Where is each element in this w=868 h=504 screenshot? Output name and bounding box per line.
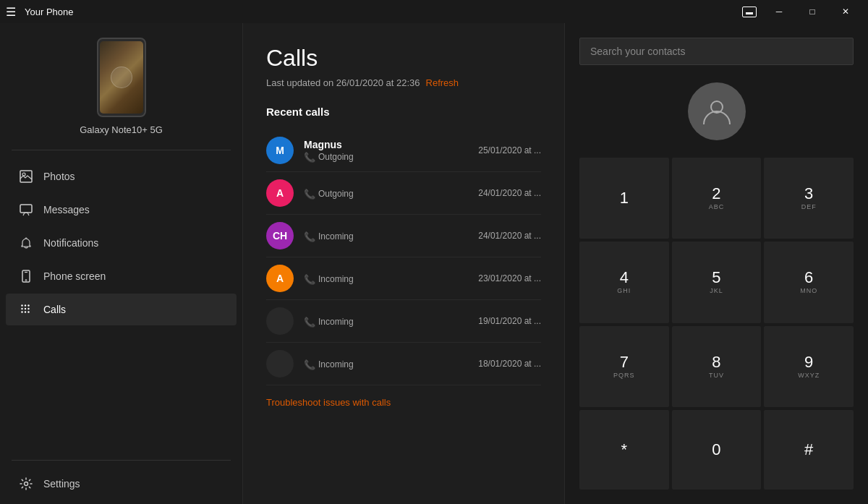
dial-letters: PQRS [613, 372, 635, 379]
calls-icon [17, 301, 35, 318]
settings-icon [17, 475, 35, 492]
sidebar-item-messages[interactable]: Messages [6, 194, 237, 226]
minimize-button[interactable]: ─ [762, 0, 796, 23]
call-type-label: Outgoing [318, 189, 354, 199]
calls-label: Calls [43, 304, 66, 315]
sidebar-item-settings[interactable]: Settings [6, 466, 237, 501]
nav-items: Photos Messages [0, 153, 242, 457]
call-item[interactable]: A 📞 Outgoing 24/01/2020 at ... [266, 172, 541, 215]
dial-number: 4 [620, 270, 629, 286]
call-type-label: Incoming [318, 231, 354, 242]
dial-button-1[interactable]: 1 [579, 158, 669, 239]
dial-button-2[interactable]: 2 ABC [672, 158, 762, 239]
recent-calls-title: Recent calls [266, 106, 541, 118]
titlebar: ☰ Your Phone ▬ ─ □ ✕ [0, 0, 868, 23]
call-avatar: A [266, 265, 294, 292]
phone-screen-label: Phone screen [43, 270, 106, 282]
dial-button-6[interactable]: 6 MNO [764, 242, 854, 323]
svg-point-9 [21, 308, 22, 309]
settings-label: Settings [43, 478, 80, 490]
person-icon [701, 95, 733, 127]
call-info: 📞 Incoming [304, 358, 478, 370]
close-button[interactable]: ✕ [829, 0, 862, 23]
calls-title: Calls [266, 45, 541, 72]
svg-point-11 [27, 308, 29, 309]
calls-list: M Magnus 📞 Outgoing 25/01/2020 at ... A … [266, 129, 541, 385]
sidebar-item-calls[interactable]: Calls [6, 294, 237, 325]
call-type: 📞 Incoming [304, 274, 478, 285]
photos-icon [17, 168, 35, 185]
messages-label: Messages [43, 204, 90, 215]
messages-icon [17, 201, 35, 218]
call-type-label: Incoming [318, 274, 354, 284]
search-input[interactable] [579, 38, 854, 65]
call-type-icon: 📞 [304, 189, 315, 200]
photos-label: Photos [43, 171, 75, 182]
call-type: 📞 Outgoing [304, 152, 478, 163]
sidebar-item-phone-screen[interactable]: Phone screen [6, 260, 237, 292]
call-time: 25/01/2020 at ... [478, 145, 541, 155]
call-type-icon: 📞 [304, 152, 315, 163]
dial-number: 1 [620, 190, 629, 206]
last-updated: Last updated on 26/01/2020 at 22:36 Refr… [266, 77, 541, 88]
call-avatar: A [266, 179, 294, 207]
call-item[interactable]: 📞 Incoming 18/01/2020 at ... [266, 343, 541, 385]
svg-point-10 [25, 308, 26, 309]
call-type-label: Outgoing [318, 152, 354, 162]
dial-button-8[interactable]: 8 TUV [672, 326, 762, 407]
dial-button-5[interactable]: 5 JKL [672, 242, 762, 323]
dial-letters: ABC [709, 203, 725, 210]
call-item[interactable]: M Magnus 📞 Outgoing 25/01/2020 at ... [266, 129, 541, 172]
call-type-icon: 📞 [304, 231, 315, 242]
dial-number: 0 [712, 442, 720, 458]
maximize-button[interactable]: □ [796, 0, 829, 23]
sidebar-item-notifications[interactable]: Notifications [6, 227, 237, 259]
call-info: 📞 Incoming [304, 230, 478, 242]
dial-button-*[interactable]: * [579, 410, 669, 490]
phone-image [97, 38, 146, 117]
call-type-icon: 📞 [304, 317, 315, 328]
call-item[interactable]: A 📞 Incoming 23/01/2020 at ... [266, 257, 541, 300]
dial-button-4[interactable]: 4 GHI [579, 242, 669, 323]
call-info: 📞 Incoming [304, 315, 478, 328]
call-item[interactable]: 📞 Incoming 19/01/2020 at ... [266, 300, 541, 343]
refresh-button[interactable]: Refresh [426, 77, 459, 88]
svg-point-5 [25, 280, 27, 281]
svg-point-1 [22, 173, 25, 176]
call-type-label: Incoming [318, 359, 354, 370]
dial-number: 2 [712, 186, 720, 202]
phone-image-circle [111, 67, 132, 88]
dial-number: 6 [804, 270, 813, 286]
dial-letters: WXYZ [798, 372, 820, 379]
dial-number: # [804, 442, 813, 458]
dial-letters: DEF [801, 203, 817, 210]
contact-avatar-area [579, 82, 854, 140]
call-type-icon: 📞 [304, 359, 315, 370]
dial-letters: JKL [710, 287, 723, 294]
call-time: 24/01/2020 at ... [478, 231, 541, 241]
window-controls: ─ □ ✕ [762, 0, 862, 23]
dial-button-0[interactable]: 0 [672, 410, 762, 490]
troubleshoot-link[interactable]: Troubleshoot issues with calls [266, 397, 541, 408]
call-type: 📞 Incoming [304, 359, 478, 370]
dial-button-#[interactable]: # [764, 410, 854, 490]
call-type-icon: 📞 [304, 274, 315, 285]
menu-icon[interactable]: ☰ [6, 5, 16, 19]
sidebar-bottom-divider [12, 460, 231, 461]
app-title: Your Phone [25, 7, 742, 17]
dial-button-3[interactable]: 3 DEF [764, 158, 854, 239]
call-avatar-empty [266, 307, 294, 335]
dial-button-9[interactable]: 9 WXYZ [764, 326, 854, 407]
contact-avatar-large [688, 82, 746, 140]
sidebar-item-photos[interactable]: Photos [6, 161, 237, 192]
call-item[interactable]: CH 📞 Incoming 24/01/2020 at ... [266, 215, 541, 257]
svg-point-8 [27, 304, 29, 306]
call-time: 23/01/2020 at ... [478, 273, 541, 283]
content-area: Calls Last updated on 26/01/2020 at 22:3… [243, 23, 564, 504]
dial-letters: TUV [709, 372, 724, 379]
dial-number: 9 [804, 354, 813, 370]
dial-button-7[interactable]: 7 PQRS [579, 326, 669, 407]
call-type: 📞 Incoming [304, 231, 478, 242]
svg-point-14 [27, 311, 29, 312]
svg-point-13 [25, 311, 26, 312]
